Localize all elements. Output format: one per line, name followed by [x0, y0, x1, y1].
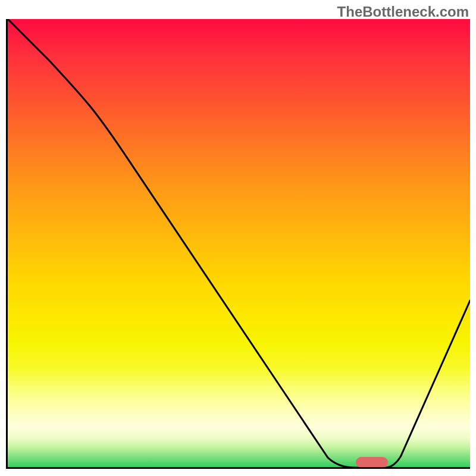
bottleneck-curve	[8, 19, 470, 467]
optimal-range-marker	[356, 457, 388, 468]
watermark-text: TheBottleneck.com	[337, 4, 469, 20]
chart-plot-area	[6, 19, 470, 469]
curve-path	[8, 19, 470, 467]
